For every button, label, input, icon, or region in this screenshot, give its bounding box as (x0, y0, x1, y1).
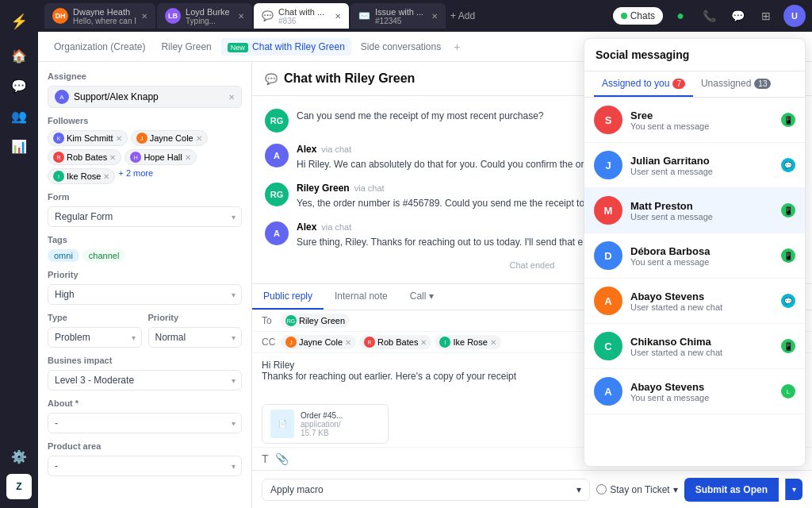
tab-subtitle-loyd: Typing... (186, 17, 233, 25)
sidebar-nav: ⚡ 🏠 💬 👥 📊 ⚙️ Z (0, 0, 38, 508)
stay-chevron[interactable]: ▾ (673, 484, 678, 495)
stay-on-ticket[interactable]: Stay on Ticket ▾ (596, 484, 677, 495)
assignee-box[interactable]: A Support/Alex Knapp ✕ (48, 86, 242, 108)
channel-icon-matt: 📱 (781, 203, 795, 217)
subnav-riley[interactable]: Riley Green (155, 38, 217, 56)
reply-tab-public[interactable]: Public reply (252, 284, 324, 310)
tab-chat[interactable]: 💬 Chat with ... #836 ✕ (254, 3, 349, 29)
follower-ike[interactable]: I Ike Rose ✕ (48, 168, 115, 184)
remove-ike[interactable]: ✕ (103, 172, 109, 181)
social-item-abayo2[interactable]: A Abayo Stevens You sent a message L (584, 369, 805, 414)
add-tab-button[interactable]: + Add (450, 10, 475, 21)
tab-loyd[interactable]: LB Loyd Burke Typing... ✕ (157, 3, 252, 29)
remove-cc-jayne[interactable]: ✕ (345, 338, 351, 347)
to-recipient[interactable]: RG Riley Green (281, 314, 350, 328)
remove-kim[interactable]: ✕ (116, 134, 122, 143)
user-avatar[interactable]: U (783, 5, 806, 27)
social-item-msg-chikanso: User started a new chat (630, 348, 773, 357)
tab-icon-chat: 💬 (262, 10, 274, 21)
social-icon[interactable]: 💬 (726, 5, 749, 27)
follower-jayne[interactable]: J Jayne Cole ✕ (131, 130, 208, 146)
subnav-add[interactable]: + (454, 40, 460, 53)
tags-label: Tags (48, 235, 242, 244)
nav-settings[interactable]: ⚙️ (6, 444, 32, 469)
cc-ike[interactable]: I Ike Rose ✕ (435, 335, 500, 349)
status-icon[interactable]: ● (669, 5, 691, 27)
cc-rob[interactable]: R Rob Bates ✕ (359, 335, 431, 349)
subnav-side[interactable]: Side conversations (354, 38, 447, 56)
attachment-name: Order #45... (301, 411, 343, 420)
follower-avatar-rob: R (53, 152, 64, 163)
form-select[interactable]: Regular Form (48, 206, 242, 227)
cc-jayne[interactable]: J Jayne Cole ✕ (281, 335, 356, 349)
social-avatar-chikanso: C (594, 332, 622, 360)
social-item-sree[interactable]: S Sree You sent a message 📱 (584, 98, 805, 143)
type-select[interactable]: Problem (48, 327, 142, 348)
tab-close-chat[interactable]: ✕ (335, 12, 341, 21)
unassigned-tab-label: Unassigned (701, 78, 751, 89)
macro-select[interactable]: Apply macro ▾ (262, 479, 590, 501)
nav-home[interactable]: 🏠 (6, 43, 32, 68)
social-tab-unassigned[interactable]: Unassigned 13 (693, 71, 779, 97)
assigned-tab-label: Assigned to you (602, 78, 669, 89)
social-item-matt[interactable]: M Matt Preston User sent a message 📱 (584, 188, 805, 233)
about-select[interactable]: - (48, 413, 242, 433)
tab-issue[interactable]: ✉️ Issue with ... #12345 ✕ (350, 3, 446, 29)
follower-rob[interactable]: R Rob Bates ✕ (48, 149, 121, 165)
stay-label: Stay on Ticket (610, 484, 669, 495)
social-item-content-matt: Matt Preston User sent a message (630, 200, 773, 221)
product-area-select[interactable]: - (48, 456, 242, 476)
assignee-label: Assignee (48, 71, 242, 81)
tag-channel[interactable]: channel (82, 249, 126, 262)
type-priority-select[interactable]: Normal (148, 327, 243, 348)
reply-tab-call[interactable]: Call ▾ (399, 284, 445, 310)
remove-jayne[interactable]: ✕ (196, 134, 202, 143)
follower-avatar-kim: K (53, 133, 64, 144)
stay-radio[interactable] (596, 484, 607, 495)
social-item-chikanso[interactable]: C Chikanso Chima User started a new chat… (584, 324, 805, 369)
call-tab-label: Call (410, 291, 427, 302)
remove-cc-rob[interactable]: ✕ (420, 338, 427, 347)
remove-hope[interactable]: ✕ (185, 153, 191, 162)
assignee-value: Support/Alex Knapp (74, 91, 159, 102)
submit-arrow-button[interactable]: ▾ (785, 479, 802, 500)
tab-close-issue[interactable]: ✕ (431, 12, 438, 21)
app-logo[interactable]: ⚡ (6, 9, 32, 34)
grid-icon[interactable]: ⊞ (755, 5, 777, 27)
chats-button[interactable]: Chats (613, 7, 663, 25)
call-icon[interactable]: 📞 (698, 5, 720, 27)
submit-button[interactable]: Submit as Open (684, 478, 779, 502)
attachment-btn[interactable]: 📎 (275, 452, 289, 465)
social-item-julian[interactable]: J Julian Garritano User sent a message 💬 (584, 143, 805, 188)
social-item-abayo1[interactable]: A Abayo Stevens User started a new chat … (584, 279, 805, 324)
assignee-remove[interactable]: ✕ (228, 93, 235, 102)
tab-close-loyd[interactable]: ✕ (238, 12, 244, 21)
tab-avatar-dwayne: DH (52, 8, 68, 24)
product-area-label: Product area (48, 441, 242, 451)
more-followers[interactable]: + 2 more (118, 168, 153, 184)
remove-cc-ike[interactable]: ✕ (490, 338, 496, 347)
social-item-name-abayo1: Abayo Stevens (630, 291, 773, 302)
nav-zendesk[interactable]: Z (6, 474, 32, 499)
tag-omni[interactable]: omni (48, 249, 79, 262)
nav-conversations[interactable]: 💬 (6, 73, 32, 98)
social-item-name-julian: Julian Garritano (630, 155, 773, 167)
remove-rob[interactable]: ✕ (109, 153, 116, 162)
follower-kim[interactable]: K Kim Schmitt ✕ (48, 130, 128, 146)
tab-dwayne[interactable]: DH Dwayne Heath Hello, where can I ✕ (44, 3, 155, 29)
follower-hope[interactable]: H Hope Hall ✕ (124, 149, 196, 165)
priority-select[interactable]: High (48, 284, 242, 305)
attachment-card[interactable]: 📄 Order #45... application/ 15.7 KB (262, 404, 389, 444)
subnav-org[interactable]: Organization (Create) (48, 38, 151, 56)
attachment-size: 15.7 KB (301, 429, 343, 437)
social-item-debora[interactable]: D Débora Barbosa You sent a message 📱 (584, 233, 805, 279)
format-icon[interactable]: T (262, 452, 269, 465)
nav-contacts[interactable]: 👥 (6, 103, 32, 129)
tab-close-dwayne[interactable]: ✕ (141, 12, 147, 21)
subnav-chat[interactable]: New Chat with Riley Green (221, 38, 351, 56)
nav-reports[interactable]: 📊 (6, 133, 32, 159)
social-item-name-chikanso: Chikanso Chima (630, 336, 773, 348)
social-tab-assigned[interactable]: Assigned to you 7 (594, 71, 693, 97)
reply-tab-internal[interactable]: Internal note (324, 284, 399, 310)
business-impact-select[interactable]: Level 3 - Moderate (48, 370, 242, 391)
